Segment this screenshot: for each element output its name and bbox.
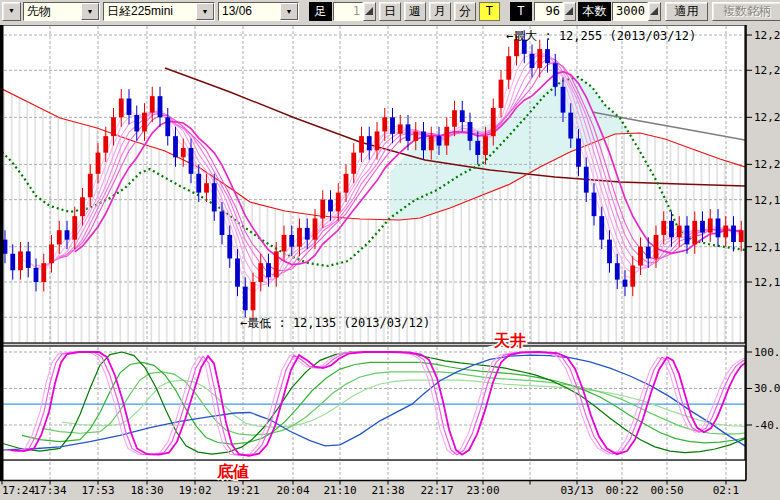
svg-text:-40.00: -40.00 [754,419,780,432]
svg-text:00:50: 00:50 [650,484,683,497]
svg-text:00:22: 00:22 [605,484,638,497]
t-count-value: 96 [535,3,562,20]
svg-text:100.00: 100.00 [754,346,780,359]
svg-text:30.00: 30.00 [754,382,780,395]
ashi-spin-button[interactable] [363,2,376,21]
chart-toolbar: ▼ 先物 ▼ 日経225mini ▼ 13/06 ▼ 足 1 日 週 月 分 T… [0,0,780,25]
annotation-ceiling: 天井 [493,331,526,350]
svg-text:12,255: 12,255 [754,29,780,42]
period-minute-button[interactable]: 分 [454,2,476,21]
chevron-down-icon[interactable]: ▼ [196,3,214,20]
chevron-down-icon[interactable]: ▼ [81,3,99,20]
svg-text:21:38: 21:38 [371,484,404,497]
chevron-down-icon[interactable]: ▼ [280,3,298,20]
svg-text:12,220: 12,220 [754,111,780,124]
contract-month-select[interactable]: 13/06 ▼ [218,2,299,21]
svg-text:12,150: 12,150 [754,276,780,289]
trading-app-window: ▼ 先物 ▼ 日経225mini ▼ 13/06 ▼ 足 1 日 週 月 分 T… [0,0,780,500]
spinner-icon [565,7,573,15]
instrument-type-value: 先物 [24,3,81,20]
bar-count-spin-button[interactable] [648,2,661,21]
symbol-value: 日経225mini [104,3,196,20]
period-daily-button[interactable]: 日 [379,2,401,21]
svg-text:20:04: 20:04 [276,484,309,497]
svg-text:02:1: 02:1 [713,484,740,497]
ashi-interval-value: 1 [334,3,362,20]
t-count-spin-button[interactable] [563,2,576,21]
contract-month-value: 13/06 [219,3,280,20]
apply-button[interactable]: 適用 [665,2,708,21]
annotation-min: ←最低 : 12,135 (2013/03/12) [240,316,430,330]
t-label: T [510,2,532,21]
svg-text:23:00: 23:00 [466,484,499,497]
annotation-bottom: 底値 [216,462,249,481]
svg-text:19:21: 19:21 [226,484,259,497]
ashi-interval-input[interactable]: 1 [333,2,363,21]
period-tick-button[interactable]: T [479,2,500,21]
annotation-max: ←最大 : 12,255 (2013/03/12) [506,29,696,43]
chart-area[interactable]: 12,25512,24012,22012,20012,18512,16512,1… [0,25,780,500]
svg-text:03/13: 03/13 [560,484,593,497]
period-monthly-button[interactable]: 月 [429,2,451,21]
bar-count-input[interactable]: 3000 [612,2,648,21]
spinner-icon [650,7,658,15]
svg-text:12,165: 12,165 [754,241,780,254]
multi-symbol-button[interactable]: 複数銘柄 [712,2,780,21]
bar-count-value: 3000 [613,3,647,20]
honsu-label: 本数 [578,2,611,21]
symbol-select[interactable]: 日経225mini ▼ [103,2,215,21]
instrument-type-select[interactable]: 先物 ▼ [23,2,100,21]
svg-text:12,185: 12,185 [754,194,780,207]
svg-text:21:10: 21:10 [323,484,356,497]
svg-text:12,240: 12,240 [754,64,780,77]
spinner-icon [365,7,373,15]
period-weekly-button[interactable]: 週 [404,2,426,21]
svg-text:18:30: 18:30 [130,484,163,497]
svg-text:19:02: 19:02 [178,484,211,497]
ashi-label: 足 [309,2,332,21]
svg-text:17:24: 17:24 [2,484,35,497]
svg-text:17:34: 17:34 [33,484,66,497]
chevron-down-icon: ▼ [8,7,15,14]
svg-text:17:53: 17:53 [81,484,114,497]
svg-text:22:17: 22:17 [420,484,453,497]
t-count-input[interactable]: 96 [534,2,563,21]
nav-dropdown-button[interactable]: ▼ [2,2,21,21]
svg-text:12,200: 12,200 [754,158,780,171]
